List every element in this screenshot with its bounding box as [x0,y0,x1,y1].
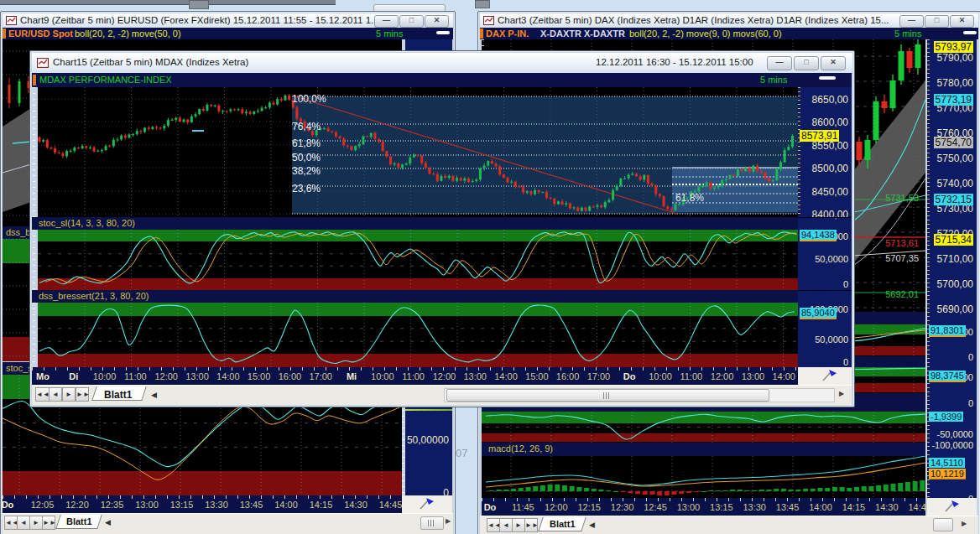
panel-c-low: -100,0000 [931,440,973,450]
price-label: 5750,00 [937,153,973,164]
chart9-titlebar[interactable]: Chart9 (Zeitbar 5 min) EURUSD (Forex FXd… [3,13,453,29]
price-label: 5700,00 [937,278,973,290]
time-label: 12:05 [31,500,55,510]
chart3-hscroll-right[interactable]: ▶ [962,518,967,530]
price-label: 5754,70 [934,137,973,148]
time-label: 14:30 [875,502,899,512]
chart9-scale-50: 50,00000 [407,434,449,446]
chart9-close-button[interactable]: ✕ [425,15,449,28]
chart3-titlebar[interactable]: Chart3 (Zeitbar 5 min) DAX (Indizes Xetr… [480,13,978,29]
tab-scroll-left[interactable]: ◀ [105,518,111,526]
chart3-close-button[interactable]: ✕ [950,15,974,28]
prev-sheet-button[interactable]: ◄ [499,518,513,532]
chart3-restore-button[interactable]: □ [925,15,949,28]
first-sheet-button[interactable]: ◄◄ [487,518,500,532]
time-label: 12:20 [65,500,89,510]
chart3-vscroll-top[interactable] [963,31,977,34]
price-label: 5780,00 [937,77,973,89]
time-label: 14:30 [344,500,368,510]
price-label: 8400,00 [812,209,848,220]
time-label: 11:00 [124,371,147,381]
price-label: 5793,97 [934,41,973,53]
chart9-vscroll-top[interactable] [436,31,450,34]
price-level-label: 5731,53 [885,193,919,203]
next-sheet-button[interactable]: ► [62,387,76,402]
chart9-hscroll-thumb[interactable] [420,516,444,530]
price-label: 8650,00 [812,94,848,106]
time-label: 11:45 [512,502,534,512]
flag-icon[interactable] [419,497,435,511]
time-label: 15:00 [248,371,271,381]
flag-icon[interactable] [944,500,961,513]
fibonacci-labels: 100,0%76,4%61,8%50,0%38,2%23,6% [289,87,390,217]
chart3-interval-label: 5 mins [894,29,921,39]
time-label: 14:00 [772,371,795,381]
chart15-interval-label: 5 mins [760,75,787,85]
panel-b-value: 98,3745 [929,371,966,382]
chart15-scale-column: 8650,008600,008550,008500,008450,008400,… [798,87,852,367]
time-label: 17:00 [309,371,332,381]
chart15-minimize-button[interactable]: — [767,56,792,70]
sheet-tab-label: Blatt1 [104,389,132,401]
price-label: 5773,19 [934,94,973,106]
chart3-hscroll-thumb[interactable] [933,518,953,531]
chart15-title: Chart15 (Zeitbar 5 min) MDAX (Indizes Xe… [53,57,248,67]
first-sheet-button[interactable]: ◄◄ [4,516,18,530]
panel-c-value: -1,9399 [929,412,963,422]
time-label: 13:30 [743,502,766,512]
chart15-indicator-bar: MDAX PERFORMANCE-INDEX 5 mins [32,73,852,87]
time-label: Do [623,371,636,381]
chart9-indicator-bar: EUR/USD Spot boll(20, 2, -2) move(50, 0)… [3,28,453,39]
chart15-symbol-label: MDAX PERFORMANCE-INDEX [39,75,172,85]
panel-a-value: 91,8301 [929,325,966,337]
sheet-tab-label: Blatt1 [66,516,92,526]
prev-sheet-button[interactable]: ◄ [49,387,62,402]
chart15-hscroll-right[interactable]: ▶ [839,388,844,400]
chart9-minimize-button[interactable]: — [374,15,399,28]
time-label: 14:00 [809,502,832,512]
dss-value-box: 85,9040 [800,308,837,319]
flag-icon[interactable] [821,369,838,382]
prev-sheet-button[interactable]: ◄ [17,516,30,530]
time-label: Do [2,500,14,510]
chart15-titlebar[interactable]: Chart15 (Zeitbar 5 min) MDAX (Indizes Xe… [32,53,852,74]
time-label: 13:30 [205,500,228,510]
first-sheet-button[interactable]: ◄◄ [35,387,50,402]
time-label: 12:30 [611,502,634,512]
mdax-dss-canvas [38,303,798,367]
tab-scroll-left[interactable]: ◀ [589,521,595,529]
chart15-flag-box [798,367,852,385]
chart15-close-button[interactable]: ✕ [821,56,846,70]
price-level-label: 5707,35 [885,253,919,263]
time-label: 14:00 [494,371,518,381]
chart3-flag-box [927,498,977,516]
last-sheet-button[interactable]: ►► [524,518,538,532]
last-sheet-button[interactable]: ►► [42,516,55,530]
last-sheet-button[interactable]: ►► [76,387,89,402]
chart15-vscroll-top[interactable] [819,76,836,80]
time-label: 13:15 [710,502,733,512]
chart15-restore-button[interactable]: □ [794,56,819,70]
macd-label: macd(12, 26, 9) [488,443,553,454]
next-sheet-button[interactable]: ► [29,516,43,530]
time-label: 10:00 [649,371,672,381]
chart3-tab-bar: ◄◄ ◄ ► ►► Blatt1 ◀ ▶ [480,516,978,534]
time-label: 11:00 [680,371,702,381]
next-sheet-button[interactable]: ► [512,518,525,532]
chart3-price-scale: 5793,975790,005780,005770,005773,195760,… [927,39,977,316]
time-label: 13:15 [170,500,194,510]
time-label: 14:15 [842,502,866,512]
time-label: 14:00 [216,371,240,381]
dax-macd-canvas [486,456,925,498]
chart9-hscroll-right[interactable]: ▶ [446,516,451,527]
tab-scroll-left[interactable]: ◀ [151,391,157,399]
chart15-hscroll-thumb[interactable] [446,389,769,402]
price-label: 5740,00 [937,178,973,189]
panel-a-zero: 0 [968,352,973,362]
chart9-restore-button[interactable]: □ [399,15,424,28]
price-label: 5732,15 [934,194,973,205]
chart15-hscrollbar[interactable] [444,388,835,402]
time-label: 12:15 [577,502,601,512]
price-label: 5715,34 [934,234,973,246]
chart3-minimize-button[interactable]: — [899,15,924,28]
